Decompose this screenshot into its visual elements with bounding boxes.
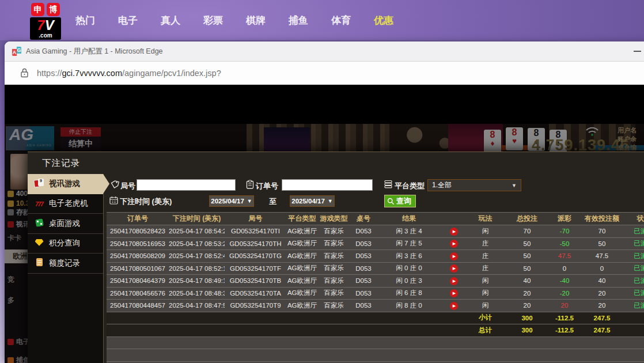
replay-play-icon[interactable]: ▶ [450, 228, 458, 236]
lock-icon [20, 68, 29, 78]
order-number: 250417080448457 [107, 300, 169, 312]
empty-cell [350, 312, 377, 324]
bet-row-4: 2504170804643792025-04-17 08:49:13GD0532… [107, 275, 644, 288]
replay-play-icon[interactable]: ▶ [450, 302, 458, 310]
result: 闲 0 庄 0 [377, 262, 441, 275]
date-from-value: 2025/04/17 [211, 198, 244, 205]
replay-play-icon[interactable]: ▶ [450, 240, 458, 248]
platform-select[interactable]: 1.全部 ▼ [427, 179, 521, 191]
round-filter-label: 局号 [120, 181, 135, 191]
empty-cell [318, 324, 350, 337]
replay-play-icon[interactable]: ▶ [450, 277, 458, 285]
platform-filter-label: 平台类型 [395, 181, 425, 191]
nav-item-7[interactable]: 优惠 [362, 14, 405, 27]
status-label: 已派彩 [625, 237, 644, 250]
table-number: D053 [350, 275, 377, 288]
empty-cell [107, 324, 169, 337]
address-bar[interactable]: https://gci.7vvvvvv.com/agingame/pcv1/in… [5, 62, 644, 84]
valid-bet: 47.5 [579, 250, 625, 263]
result: 闲 6 庄 8 [377, 287, 441, 300]
nav-item-0[interactable]: 热门 [64, 14, 107, 27]
modal-sidebar-label: 电子老虎机 [49, 198, 88, 209]
game-type: 百家乐 [318, 300, 350, 312]
modal-sidebar-item-0[interactable]: 9视讯游戏 [28, 174, 103, 194]
game-type: 百家乐 [318, 262, 350, 275]
modal-sidebar-item-4[interactable]: 额度记录 [28, 254, 103, 274]
replay-play-icon[interactable]: ▶ [450, 252, 458, 260]
modal-sidebar: 9视讯游戏777电子老虎机桌面游戏积分查询额度记录 [28, 174, 104, 363]
empty-cell [377, 312, 441, 324]
bet-row-1: 2504170805169532025-04-17 08:53:27GD0532… [107, 237, 644, 250]
play-type: 庄 [467, 237, 504, 250]
site-logo[interactable]: 申 博 7V .com [30, 3, 61, 40]
order-input[interactable] [282, 179, 373, 191]
col-header-5: 桌号 [350, 213, 377, 225]
nav-item-1[interactable]: 电子 [107, 14, 149, 27]
play-type: 闲 [467, 225, 504, 238]
total-bet: 20 [504, 300, 550, 312]
chevron-down-icon: ▼ [328, 198, 333, 204]
valid-bet: 20 [579, 300, 625, 312]
date-to-value: 2025/04/17 [291, 198, 325, 205]
empty-cell [286, 324, 318, 337]
valid-bet: 40 [579, 275, 625, 288]
nav-item-3[interactable]: 彩票 [192, 14, 234, 27]
grand-total-row: 总计300-112.5247.5 [107, 324, 644, 337]
nav-item-6[interactable]: 体育 [320, 14, 362, 27]
date-from-select[interactable]: 2025/04/17 ▼ [209, 195, 254, 207]
site-topbar: 申 博 7V .com 热门电子真人彩票棋牌捕鱼体育优惠 [0, 0, 644, 40]
result: 闲 0 庄 3 [377, 275, 441, 288]
replay-play-icon[interactable]: ▶ [450, 289, 458, 297]
grand-total-label: 总计 [467, 324, 504, 337]
round-input[interactable] [137, 179, 236, 191]
window-title: Asia Gaming - 用户配置 1 - Microsoft Edge [26, 47, 163, 56]
bet-time: 2025-04-17 08:49:13 [169, 275, 225, 288]
valid-bet: 0 [579, 262, 625, 275]
platform: AG欧洲厅 [286, 225, 318, 238]
empty-cell [318, 312, 350, 324]
modal-sidebar-label: 桌面游戏 [49, 218, 80, 229]
favicon-letter-a: A [12, 49, 17, 56]
total-bet: 50 [504, 250, 550, 263]
bet-time: 2025-04-17 08:54:20 [169, 225, 225, 238]
bet-row-5: 2504170804565762025-04-17 08:48:37GD0532… [107, 287, 644, 300]
empty-cell [441, 324, 467, 337]
col-header-4: 游戏类型 [318, 213, 350, 225]
nav-item-5[interactable]: 捕鱼 [277, 14, 320, 27]
platform: AG欧洲厅 [286, 262, 318, 275]
empty-cell [169, 324, 225, 337]
modal-sidebar-item-1[interactable]: 777电子老虎机 [28, 194, 103, 214]
replay-play-icon[interactable]: ▶ [450, 264, 458, 273]
url-text[interactable]: https://gci.7vvvvvv.com/agingame/pcv1/in… [37, 69, 221, 78]
site-nav: 热门电子真人彩票棋牌捕鱼体育优惠 [64, 0, 405, 40]
date-to-select[interactable]: 2025/04/17 ▼ [290, 195, 335, 207]
empty-row [107, 336, 644, 349]
game-type: 百家乐 [318, 287, 350, 300]
game-type: 百家乐 [318, 250, 350, 263]
round-number: GD053254170TH [225, 237, 286, 250]
modal-sidebar-item-2[interactable]: 桌面游戏 [28, 214, 103, 234]
search-button[interactable]: 查询 [384, 195, 416, 207]
minimize-button[interactable] [634, 51, 641, 52]
subtotal-label: 小计 [467, 312, 504, 324]
grand-total-total-bet: 300 [504, 324, 550, 337]
modal-content: 局号 订单号 平台类型 1 [104, 174, 644, 363]
window-titlebar[interactable]: A G Asia Gaming - 用户配置 1 - Microsoft Edg… [5, 41, 644, 62]
empty-cell [107, 336, 644, 349]
url-scheme: https:// [37, 69, 62, 78]
replay-cell: ▶ [441, 275, 467, 288]
magnifier-icon [387, 198, 395, 205]
page-content: AG ASIA GAMING 停止下注 结算中 8♦8♥8♠8♣ 4.759.1… [5, 85, 644, 363]
round-number: GD053254170TA [225, 287, 286, 300]
nav-item-4[interactable]: 棋牌 [234, 14, 277, 27]
platform: AG欧洲厅 [286, 287, 318, 300]
modal-sidebar-label: 额度记录 [49, 258, 80, 269]
tag-icon [111, 180, 119, 189]
logo-7v-box: 7V .com [30, 17, 61, 40]
order-filter-label: 订单号 [256, 181, 278, 191]
modal-sidebar-item-3[interactable]: 积分查询 [28, 234, 103, 254]
order-number: 250417080528423 [107, 225, 169, 238]
modal-title: 下注记录 [28, 152, 644, 174]
table-games-icon [33, 219, 45, 228]
nav-item-2[interactable]: 真人 [149, 14, 192, 27]
